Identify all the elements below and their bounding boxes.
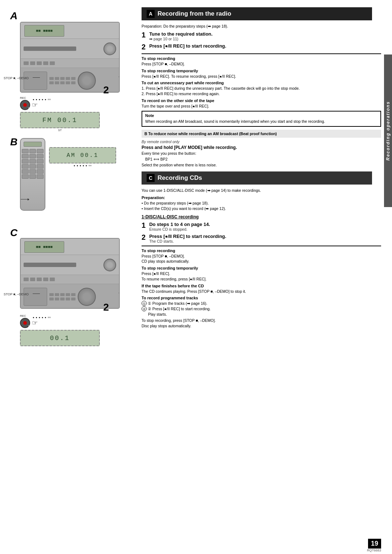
cd-intro: You can use 1-DISC/ALL-DISC mode (➡ page… — [142, 188, 381, 193]
c-to-stop-section: To stop recording Press [STOP ■, –DEMO].… — [142, 248, 381, 264]
section-b-label: B — [10, 136, 17, 147]
step2-c-label: 2 — [103, 302, 109, 313]
hand-cursor-c: ☞ — [32, 319, 38, 327]
device-a-illustration: ■■ ■■■■ — [20, 22, 120, 93]
recording-operations-label: Recording operations — [384, 54, 392, 207]
to-record-other-section: To record on the other side of the tape … — [142, 98, 381, 109]
section-a-header: A Recording from the radio — [142, 7, 372, 20]
press-hold-body2: BP1 ⟺ BP2 — [145, 157, 381, 162]
prep-section: Preparation: • Do the preparatory steps … — [142, 195, 381, 211]
section-c-label: C — [10, 227, 17, 238]
display-b: AM 00.1 — [49, 147, 116, 163]
c-tape-finish-section: If the tape finishes before the CD The C… — [142, 284, 381, 294]
to-cut-section: To cut an unnecessary part while recordi… — [142, 81, 381, 96]
preparation-text: Preparation: Do the preparatory steps (➡… — [142, 24, 381, 28]
c-step2: 2 Press [●/II REC] to start recording. T… — [142, 234, 381, 243]
note-box: Note When recording an AM broadcast, sou… — [142, 111, 381, 127]
step1-a: 1 Tune to the required station. ➡ page 1… — [142, 31, 381, 41]
c-step1-sub: Ensure CD is stopped. — [149, 227, 381, 231]
section-a-box: A — [147, 10, 155, 18]
press-hold-section: Press and hold [PLAY MODE] while recordi… — [142, 145, 381, 168]
c-step2-title: Press [●/II REC] to start recording. — [149, 234, 381, 239]
b-note-section: B To reduce noise while recording an AM … — [142, 130, 381, 138]
c-step2-sub: The CD starts. — [149, 239, 381, 243]
c-prog-section: To record programmed tracks ① ① Program … — [142, 296, 381, 328]
rec-button-c: II — [20, 318, 30, 328]
stop-demo-label-a: STOP ■, –DEMO — [4, 76, 29, 80]
display-a: FM 00.1 — [20, 112, 100, 128]
c-step1: 1 Do steps 1 to 4 on page 14. Ensure CD … — [142, 222, 381, 231]
remote-control-b: PLAY MODE — [20, 138, 45, 211]
step2-a-label: 2 — [103, 84, 109, 96]
disc-section-header: 1-DISC/ALL-DISC recording — [142, 214, 381, 219]
press-hold-body1: Every time you press the button: — [142, 151, 381, 157]
to-stop-temp-section: To stop recording temporarily Press [●/I… — [142, 69, 381, 79]
by-remote-only: By remote control only — [142, 139, 381, 144]
rqt-code: RQT6683 — [367, 549, 381, 552]
c-to-stop-temp-section: To stop recording temporarily Press [●/I… — [142, 266, 381, 282]
press-hold-body3: Select the position where there is less … — [142, 162, 381, 168]
page-number: 19 — [368, 539, 381, 549]
device-c-illustration: ■■ ■■■■ — [20, 238, 120, 309]
rec-button-a: II — [20, 100, 30, 110]
section-c-header: C Recording CDs — [142, 171, 372, 185]
c-step1-title: Do steps 1 to 4 on page 14. — [149, 222, 381, 227]
step2-a: 2 Press [●/II REC] to start recording. — [142, 43, 381, 50]
step1-title: Tune to the required station. — [149, 31, 381, 37]
rec-label-c: REC — [20, 314, 100, 318]
to-stop-section: To stop recording Press [STOP ■, –DEMO]. — [142, 56, 381, 67]
section-a-label: A — [10, 10, 17, 21]
display-c: 00.1 — [20, 330, 100, 346]
rec-label-a: REC — [20, 96, 100, 100]
hand-cursor-a: ☞ — [32, 101, 38, 109]
step1-sub: ➡ page 10 or 11) — [149, 37, 381, 41]
stop-demo-label-c: STOP ■, –DEMO — [4, 292, 29, 296]
step2-title: Press [●/II REC] to start recording. — [149, 43, 381, 49]
section-c-box: C — [147, 174, 155, 182]
